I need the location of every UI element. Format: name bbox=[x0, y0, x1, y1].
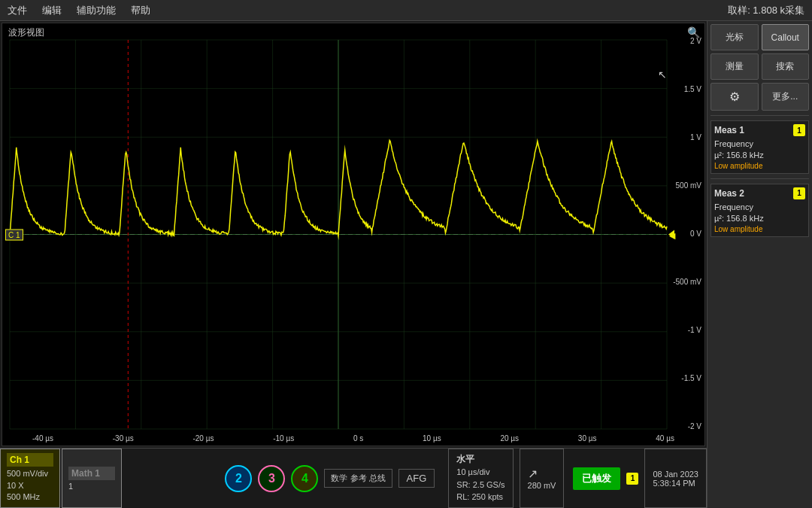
horizontal-line1: 10 µs/div bbox=[456, 466, 504, 479]
ch4-button[interactable]: 4 bbox=[291, 465, 318, 492]
meas2-warning: Low amplitude bbox=[714, 225, 805, 233]
triggered-button[interactable]: 已触发 bbox=[573, 467, 620, 490]
display-settings-button[interactable]: ⚙ bbox=[710, 83, 759, 111]
horizontal-info: 水平 10 µs/div SR: 2.5 GS/s RL: 250 kpts bbox=[448, 449, 513, 508]
ch3-button[interactable]: 3 bbox=[258, 465, 285, 492]
math-info-panel[interactable]: Math 1 1 bbox=[62, 449, 122, 508]
menu-tools[interactable]: 辅助功能 bbox=[77, 4, 116, 17]
scope-canvas bbox=[2, 23, 704, 446]
right-btn-row-2: 测量 搜索 bbox=[710, 53, 809, 80]
ch1-info-panel[interactable]: Ch 1 500 mV/div 10 X 500 MHz bbox=[0, 449, 60, 508]
callout-button[interactable]: Callout bbox=[762, 24, 810, 50]
math-info-header: Math 1 bbox=[68, 467, 115, 480]
meas2-param: Frequency bbox=[714, 202, 805, 213]
horizontal-line3: RL: 250 kpts bbox=[456, 491, 504, 503]
trigger-symbol: ↗ bbox=[528, 467, 556, 481]
ch1-info-text: 500 mV/div 10 X 500 MHz bbox=[7, 468, 53, 503]
menu-edit[interactable]: 编辑 bbox=[42, 4, 62, 17]
meas2-section: Meas 2 1 Frequency µ²: 156.8 kHz Low amp… bbox=[710, 184, 809, 237]
panel-divider-1 bbox=[710, 115, 809, 116]
horizontal-line2: SR: 2.5 GS/s bbox=[456, 479, 504, 491]
meas1-section: Meas 1 1 Frequency µ²: 156.8 kHz Low amp… bbox=[710, 120, 809, 174]
cursor-pointer-indicator: ↖ bbox=[658, 68, 667, 81]
panel-divider-2 bbox=[710, 178, 809, 179]
magnify-icon[interactable]: 🔍 bbox=[687, 26, 700, 38]
time-display: 5:38:14 PM bbox=[653, 479, 698, 488]
trigger-value: 280 mV bbox=[528, 481, 556, 490]
menu-file[interactable]: 文件 bbox=[8, 4, 27, 17]
meas1-warning: Low amplitude bbox=[714, 162, 805, 170]
meas2-value: µ²: 156.8 kHz bbox=[714, 213, 805, 224]
measure-button[interactable]: 测量 bbox=[710, 53, 759, 80]
date-display: 08 Jan 2023 bbox=[653, 470, 698, 479]
meas2-title: Meas 2 bbox=[714, 188, 744, 199]
right-btn-row-3: ⚙ 更多... bbox=[710, 83, 809, 111]
waveform-title: 波形视图 bbox=[8, 26, 44, 39]
horizontal-title: 水平 bbox=[456, 452, 504, 466]
meas1-header: Meas 1 1 bbox=[714, 124, 805, 136]
trigger-info: ↗ 280 mV bbox=[520, 449, 565, 508]
right-arrow-marker: ◄ bbox=[667, 230, 677, 242]
meas1-title: Meas 1 bbox=[714, 125, 744, 135]
math-ref-bus-button[interactable]: 数学 参考 总线 bbox=[324, 469, 392, 487]
bottom-bar: Ch 1 500 mV/div 10 X 500 MHz Math 1 1 2 … bbox=[0, 448, 707, 508]
math-info-text: 1 bbox=[68, 482, 115, 491]
sample-info: 取样: 1.808 k采集 bbox=[728, 4, 804, 17]
right-panel: 光标 Callout 测量 搜索 ⚙ 更多... Meas 1 1 Freque… bbox=[707, 21, 812, 508]
meas2-badge: 1 bbox=[793, 187, 805, 199]
cursor-button[interactable]: 光标 bbox=[710, 24, 759, 50]
meas1-badge: 1 bbox=[793, 124, 805, 136]
meas1-param: Frequency bbox=[714, 138, 805, 150]
waveform-view: 波形视图 T 2 V1.5 V1 V500 mV0 V-500 mV-1 V-1… bbox=[2, 23, 705, 446]
ch1-channel-label: C 1 bbox=[5, 229, 23, 240]
meas2-header: Meas 2 1 bbox=[714, 187, 805, 199]
channel-buttons: 2 3 4 数学 参考 总线 AFG bbox=[217, 449, 442, 508]
search-button[interactable]: 搜索 bbox=[762, 53, 810, 80]
meas1-value: µ²: 156.8 kHz bbox=[714, 150, 805, 161]
trigger-badge: 1 bbox=[626, 473, 638, 485]
afg-button[interactable]: AFG bbox=[398, 469, 435, 488]
ch1-info-header: Ch 1 bbox=[7, 453, 53, 467]
ch2-button[interactable]: 2 bbox=[225, 465, 252, 492]
more-button[interactable]: 更多... bbox=[762, 83, 810, 111]
datetime-info: 08 Jan 2023 5:38:14 PM bbox=[644, 449, 707, 508]
menu-help[interactable]: 帮助 bbox=[131, 4, 150, 17]
right-btn-row-1: 光标 Callout bbox=[710, 24, 809, 50]
